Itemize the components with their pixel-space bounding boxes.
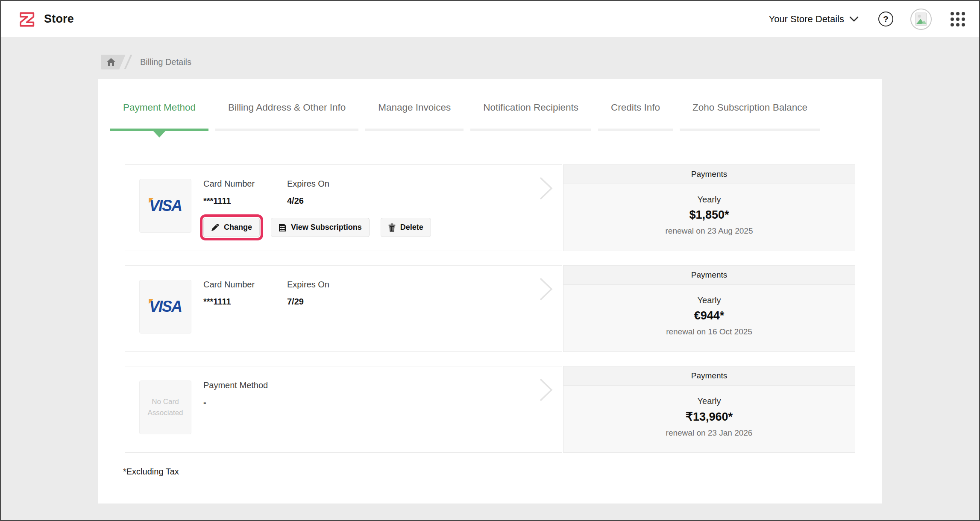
visa-logo: VISA	[149, 298, 182, 316]
active-tab-caret	[153, 131, 165, 138]
visa-logo: VISA	[149, 197, 182, 215]
tab-manage-invoices[interactable]: Manage Invoices	[365, 102, 464, 131]
billing-amount: €944*	[694, 309, 725, 322]
renewal-date: renewal on 23 Aug 2025	[666, 226, 753, 236]
renewal-date: renewal on 23 Jan 2026	[666, 428, 753, 438]
tab-billing-address[interactable]: Billing Address & Other Info	[215, 102, 358, 131]
card-info: Payment Method -	[203, 381, 287, 452]
payments-body: Yearly $1,850* renewal on 23 Aug 2025	[563, 184, 855, 251]
breadcrumb-separator	[124, 55, 132, 69]
app-title: Store	[44, 12, 74, 26]
change-button[interactable]: Change	[203, 218, 260, 237]
pencil-icon	[211, 223, 219, 231]
payments-header: Payments	[563, 165, 855, 184]
payment-method-field: Payment Method -	[203, 381, 287, 407]
payment-method-row: VISA Card Number ***1111 Expires On 7/29	[125, 265, 855, 352]
help-icon[interactable]: ?	[878, 12, 893, 26]
payments-body: Yearly ₹13,960* renewal on 23 Jan 2026	[563, 386, 855, 452]
row-expand-chevron-icon[interactable]	[537, 378, 555, 402]
tab-label: Billing Address & Other Info	[228, 102, 346, 113]
home-icon	[106, 58, 116, 66]
expires-on-field: Expires On 7/29	[287, 280, 371, 307]
payment-method-row: No Card Associated Payment Method - Paym…	[125, 366, 855, 453]
field-value: ***1111	[203, 196, 274, 206]
tab-credits-info[interactable]: Credits Info	[598, 102, 673, 131]
top-bar: Store Your Store Details ?	[1, 1, 979, 37]
tab-label: Manage Invoices	[378, 102, 451, 113]
breadcrumb-current: Billing Details	[140, 57, 191, 67]
payments-body: Yearly €944* renewal on 16 Oct 2025	[563, 285, 855, 351]
no-card-text: No Card Associated	[140, 396, 191, 419]
tab-label: Payment Method	[123, 102, 196, 113]
tab-bar: Payment Method Billing Address & Other I…	[110, 102, 882, 131]
field-value: 7/29	[287, 297, 358, 307]
billing-amount: ₹13,960*	[686, 410, 733, 424]
visa-wedge	[149, 299, 153, 304]
card-brand-image: VISA	[139, 179, 191, 233]
delete-button[interactable]: Delete	[381, 218, 431, 237]
button-label: Change	[224, 223, 252, 232]
card-details-section[interactable]: VISA Card Number ***1111 Expires On 4/26	[125, 164, 562, 251]
avatar[interactable]	[910, 9, 932, 30]
image-placeholder-icon	[914, 12, 928, 26]
field-label: Expires On	[287, 280, 358, 290]
home-breadcrumb-button[interactable]	[101, 55, 126, 70]
store-details-dropdown[interactable]: Your Store Details	[769, 14, 859, 25]
billing-cycle: Yearly	[698, 195, 721, 205]
field-label: Card Number	[203, 280, 274, 290]
view-subscriptions-button[interactable]: View Subscriptions	[271, 218, 370, 237]
renewal-date: renewal on 16 Oct 2025	[666, 327, 752, 337]
no-card-placeholder: No Card Associated	[139, 381, 191, 434]
billing-cycle: Yearly	[698, 396, 721, 406]
tab-notification-recipients[interactable]: Notification Recipients	[470, 102, 591, 131]
card-number-field: Card Number ***1111	[203, 179, 287, 206]
card-number-field: Card Number ***1111	[203, 280, 287, 307]
expires-on-field: Expires On 4/26	[287, 179, 371, 206]
help-glyph: ?	[883, 14, 889, 24]
field-value: 4/26	[287, 196, 358, 206]
payments-summary: Payments Yearly ₹13,960* renewal on 23 J…	[563, 366, 855, 453]
field-label: Payment Method	[203, 381, 274, 390]
field-value: -	[203, 398, 274, 407]
card-info: Card Number ***1111 Expires On 4/26	[203, 179, 431, 251]
card-actions: Change View Subscriptions	[203, 218, 431, 237]
billing-cycle: Yearly	[698, 296, 721, 305]
excluding-tax-note: *Excluding Tax	[123, 467, 882, 477]
row-expand-chevron-icon[interactable]	[537, 176, 555, 201]
card-info: Card Number ***1111 Expires On 7/29	[203, 280, 371, 351]
payments-summary: Payments Yearly €944* renewal on 16 Oct …	[563, 265, 855, 352]
tab-payment-method[interactable]: Payment Method	[110, 102, 208, 131]
card-brand-image: VISA	[139, 280, 191, 334]
row-expand-chevron-icon[interactable]	[537, 277, 555, 301]
card-details-section[interactable]: VISA Card Number ***1111 Expires On 7/29	[125, 265, 562, 352]
field-label: Expires On	[287, 179, 358, 189]
breadcrumb: Billing Details	[101, 54, 979, 70]
button-label: Delete	[400, 223, 423, 232]
apps-grid-icon[interactable]	[951, 12, 965, 26]
payments-header: Payments	[563, 366, 855, 386]
trash-icon	[388, 223, 396, 232]
billing-details-panel: Payment Method Billing Address & Other I…	[98, 79, 882, 503]
tab-label: Notification Recipients	[483, 102, 578, 113]
button-label: View Subscriptions	[291, 223, 362, 232]
payment-method-row: VISA Card Number ***1111 Expires On 4/26	[125, 164, 855, 251]
payment-method-list: VISA Card Number ***1111 Expires On 4/26	[125, 164, 855, 453]
field-label: Card Number	[203, 179, 274, 189]
store-details-label: Your Store Details	[769, 14, 844, 25]
payments-summary: Payments Yearly $1,850* renewal on 23 Au…	[563, 164, 855, 251]
tab-zoho-subscription-balance[interactable]: Zoho Subscription Balance	[680, 102, 820, 131]
tab-label: Credits Info	[611, 102, 660, 113]
field-value: ***1111	[203, 297, 274, 307]
tab-label: Zoho Subscription Balance	[692, 102, 807, 113]
visa-wedge	[149, 198, 153, 203]
zoho-logo-icon[interactable]	[18, 9, 37, 29]
subscriptions-icon	[279, 223, 286, 232]
billing-amount: $1,850*	[689, 208, 729, 222]
payments-header: Payments	[563, 266, 855, 285]
chevron-down-icon	[849, 16, 859, 22]
card-details-section[interactable]: No Card Associated Payment Method -	[125, 366, 562, 453]
